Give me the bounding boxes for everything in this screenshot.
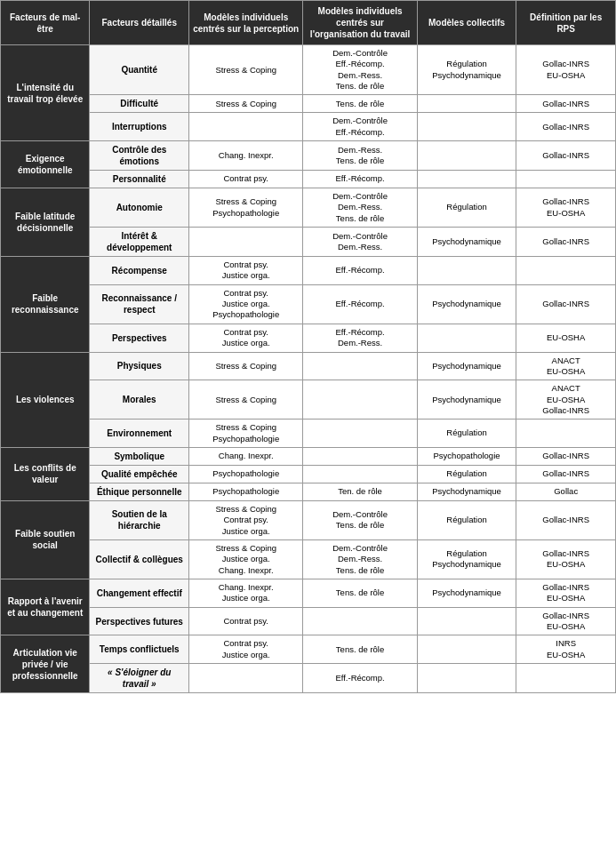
category-cell: Les violences bbox=[1, 352, 90, 447]
data-cell-col6: Gollac-INRS EU-OSHA bbox=[516, 45, 616, 95]
data-cell-col3: Chang. Inexpr. bbox=[189, 141, 303, 171]
category-cell: Faible latitude décisionnelle bbox=[1, 188, 90, 257]
data-cell-col4: Eff.-Récomp. bbox=[303, 171, 417, 188]
data-cell-col3: Contrat psy. bbox=[189, 607, 303, 635]
data-cell-col3: Stress & Coping bbox=[189, 352, 303, 380]
factor-cell: « S'éloigner du travail » bbox=[90, 664, 189, 693]
data-cell-col5: Psychodynamique bbox=[417, 228, 516, 257]
data-cell-col3: Contrat psy. Justice orga. bbox=[189, 635, 303, 664]
data-cell-col5: Psychodynamique bbox=[417, 352, 516, 380]
data-cell-col5 bbox=[417, 257, 516, 285]
data-cell-col4: Dem.-Contrôle Eff.-Récomp. bbox=[303, 113, 417, 141]
factor-cell: Perspectives futures bbox=[90, 607, 189, 635]
data-cell-col4: Dem.-Contrôle Dem.-Ress. Tens. de rôle bbox=[303, 188, 417, 228]
data-cell-col4: Tens. de rôle bbox=[303, 635, 417, 664]
data-cell-col6: Gollac-INRS bbox=[516, 447, 616, 465]
factor-cell: Temps conflictuels bbox=[90, 635, 189, 664]
category-cell: Faible reconnaissance bbox=[1, 257, 90, 352]
data-cell-col4: Dem.-Contrôle Tens. de rôle bbox=[303, 500, 417, 539]
factor-cell: Contrôle des émotions bbox=[90, 141, 189, 171]
data-cell-col4 bbox=[303, 465, 417, 483]
data-cell-col3: Stress & Coping bbox=[189, 45, 303, 95]
data-cell-col3: Stress & Coping Psychopathologie bbox=[189, 188, 303, 228]
factor-cell: Soutien de la hiérarchie bbox=[90, 500, 189, 539]
data-cell-col3 bbox=[189, 113, 303, 141]
factor-cell: Morales bbox=[90, 380, 189, 420]
data-cell-col3: Contrat psy. Justice orga. Psychopatholo… bbox=[189, 284, 303, 324]
data-cell-col6: ANACT EU-OSHA bbox=[516, 352, 616, 380]
data-cell-col3: Psychopathologie bbox=[189, 483, 303, 500]
data-cell-col4: Dem.-Contrôle Dem.-Ress. Tens. de rôle bbox=[303, 539, 417, 579]
data-cell-col4 bbox=[303, 447, 417, 465]
category-cell: Faible soutien social bbox=[1, 500, 90, 579]
data-cell-col5 bbox=[417, 95, 516, 113]
data-cell-col6 bbox=[516, 171, 616, 188]
data-cell-col5: Régulation Psychodynamique bbox=[417, 45, 516, 95]
data-cell-col5 bbox=[417, 113, 516, 141]
category-cell: Rapport à l'avenir et au changement bbox=[1, 579, 90, 635]
data-cell-col5: Régulation Psychodynamique bbox=[417, 539, 516, 579]
category-cell: Les conflits de valeur bbox=[1, 447, 90, 500]
factor-cell: Interruptions bbox=[90, 113, 189, 141]
factor-cell: Symbolique bbox=[90, 447, 189, 465]
factor-cell: Autonomie bbox=[90, 188, 189, 228]
data-cell-col6: Gollac-INRS EU-OSHA bbox=[516, 188, 616, 228]
data-cell-col6: Gollac-INRS bbox=[516, 113, 616, 141]
data-cell-col3: Psychopathologie bbox=[189, 465, 303, 483]
header-col4: Modèles individuels centrés sur l'organi… bbox=[303, 1, 417, 45]
data-cell-col4 bbox=[303, 352, 417, 380]
factor-cell: Récompense bbox=[90, 257, 189, 285]
data-cell-col6 bbox=[516, 420, 616, 448]
data-cell-col6: Gollac-INRS bbox=[516, 465, 616, 483]
data-cell-col6: Gollac bbox=[516, 483, 616, 500]
data-cell-col4: Dem.-Contrôle Eff.-Récomp. Dem.-Ress. Te… bbox=[303, 45, 417, 95]
data-cell-col6: ANACT EU-OSHA Gollac-INRS bbox=[516, 380, 616, 420]
data-cell-col5: Régulation bbox=[417, 188, 516, 228]
factor-cell: Quantité bbox=[90, 45, 189, 95]
factor-cell: Reconnaissance / respect bbox=[90, 284, 189, 324]
factor-cell: Perspectives bbox=[90, 324, 189, 352]
data-cell-col6: Gollac-INRS EU-OSHA bbox=[516, 539, 616, 579]
factor-cell: Personnalité bbox=[90, 171, 189, 188]
data-cell-col6: INRS EU-OSHA bbox=[516, 635, 616, 664]
header-col1: Facteurs de mal-être bbox=[1, 1, 90, 45]
data-cell-col4: Tens. de rôle bbox=[303, 95, 417, 113]
factor-cell: Environnement bbox=[90, 420, 189, 448]
factor-cell: Difficulté bbox=[90, 95, 189, 113]
data-cell-col3: Stress & Coping Contrat psy. Justice org… bbox=[189, 500, 303, 539]
data-cell-col6: Gollac-INRS bbox=[516, 228, 616, 257]
category-cell: Articulation vie privée / vie profession… bbox=[1, 635, 90, 693]
header-col2: Facteurs détaillés bbox=[90, 1, 189, 45]
data-cell-col4 bbox=[303, 420, 417, 448]
header-col3: Modèles individuels centrés sur la perce… bbox=[189, 1, 303, 45]
data-cell-col3: Stress & Coping bbox=[189, 95, 303, 113]
factor-cell: Intérêt & développement bbox=[90, 228, 189, 257]
data-cell-col5 bbox=[417, 664, 516, 693]
data-cell-col6 bbox=[516, 664, 616, 693]
data-cell-col5 bbox=[417, 635, 516, 664]
data-cell-col4: Ten. de rôle bbox=[303, 483, 417, 500]
data-cell-col6: Gollac-INRS bbox=[516, 95, 616, 113]
data-cell-col3: Stress & Coping Psychopathologie bbox=[189, 420, 303, 448]
data-cell-col6 bbox=[516, 257, 616, 285]
factor-cell: Physiques bbox=[90, 352, 189, 380]
factor-cell: Éthique personnelle bbox=[90, 483, 189, 500]
data-cell-col4: Tens. de rôle bbox=[303, 579, 417, 607]
data-cell-col5: Psychopathologie bbox=[417, 447, 516, 465]
data-cell-col3: Stress & Coping Justice orga. Chang. Ine… bbox=[189, 539, 303, 579]
data-cell-col5 bbox=[417, 607, 516, 635]
data-cell-col6: Gollac-INRS EU-OSHA bbox=[516, 579, 616, 607]
data-cell-col4: Eff.-Récomp. bbox=[303, 284, 417, 324]
data-cell-col6: Gollac-INRS bbox=[516, 284, 616, 324]
data-cell-col4: Dem.-Contrôle Dem.-Ress. bbox=[303, 228, 417, 257]
data-cell-col3: Contrat psy. bbox=[189, 171, 303, 188]
data-cell-col5: Psychodynamique bbox=[417, 380, 516, 420]
data-cell-col4: Eff.-Récomp. Dem.-Ress. bbox=[303, 324, 417, 352]
factor-cell: Collectif & collègues bbox=[90, 539, 189, 579]
data-cell-col4: Eff.-Récomp. bbox=[303, 257, 417, 285]
data-cell-col6: Gollac-INRS bbox=[516, 500, 616, 539]
header-col5: Modèles collectifs bbox=[417, 1, 516, 45]
data-cell-col6: Gollac-INRS bbox=[516, 141, 616, 171]
data-cell-col3: Contrat psy. Justice orga. bbox=[189, 257, 303, 285]
category-cell: L'intensité du travail trop élevée bbox=[1, 45, 90, 141]
